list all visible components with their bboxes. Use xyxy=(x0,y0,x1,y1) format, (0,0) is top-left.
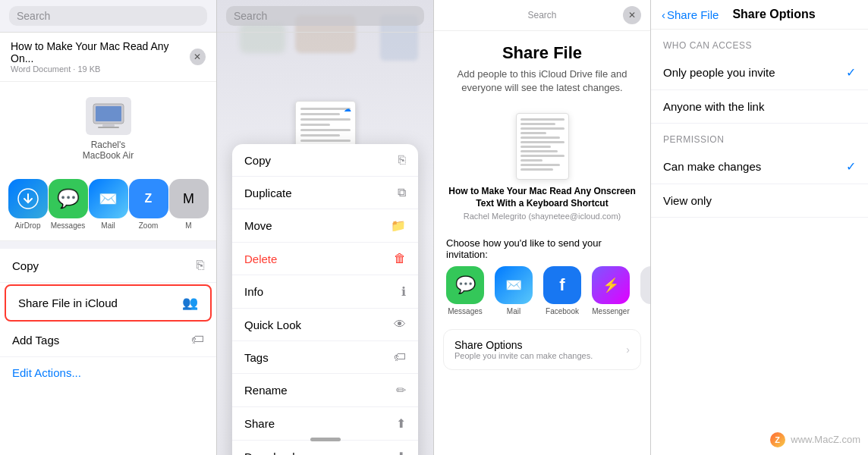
share-file-label: Share File in iCloud xyxy=(18,297,118,309)
ctx-copy[interactable]: Copy ⎘ xyxy=(232,144,418,177)
messenger-app-label: Messenger xyxy=(592,307,629,315)
panel4-header: ‹ Share File Share Options xyxy=(651,0,868,30)
add-tags-item[interactable]: Add Tags 🏷 xyxy=(0,323,216,357)
file-title: How to Make Your Mac Read Any On... xyxy=(11,40,190,64)
panel-share-menu: Search How to Make Your Mac Read Any On.… xyxy=(0,0,217,455)
back-button[interactable]: ‹ Share File xyxy=(662,8,719,21)
ctx-quicklook-label: Quick Look xyxy=(244,318,301,331)
mail-app-icon: ✉️ xyxy=(495,266,533,304)
svg-rect-3 xyxy=(98,127,119,128)
close-btn-panel3[interactable]: ✕ xyxy=(623,6,641,24)
watermark-text: www.MacZ.com xyxy=(791,434,860,445)
share-file-icon: 👥 xyxy=(182,295,198,311)
copy-menu-item[interactable]: Copy ⎘ xyxy=(0,249,216,283)
ctx-share[interactable]: Share ⬆ xyxy=(232,407,418,441)
ctx-info[interactable]: Info ℹ xyxy=(232,275,418,309)
mail-app-label: Mail xyxy=(507,307,520,315)
search-bar-2[interactable]: Search xyxy=(226,6,424,26)
zoom-label: Zoom xyxy=(139,221,159,230)
panel-file-context: Search ☁ C xyxy=(217,0,434,455)
share-options-row[interactable]: Share Options People you invite can make… xyxy=(443,329,641,370)
ctx-share-icon: ⬆ xyxy=(396,416,406,431)
option-anyone-link[interactable]: Anyone with the link xyxy=(651,90,868,124)
app-more[interactable]: › ··· xyxy=(640,266,650,315)
messages-app-icon: 💬 xyxy=(446,266,484,304)
can-make-changes-checkmark: ✓ xyxy=(846,159,856,174)
who-can-access-label: WHO CAN ACCESS xyxy=(651,30,868,55)
airdrop-label: AirDrop xyxy=(15,221,41,230)
action-menu-list: Copy ⎘ Share File in iCloud 👥 Add Tags 🏷… xyxy=(0,249,216,455)
share-app-airdrop[interactable]: AirDrop xyxy=(8,179,48,230)
context-menu: Copy ⎘ Duplicate ⧉ Move 📁 Delete 🗑 Info … xyxy=(232,144,418,455)
add-tags-label: Add Tags xyxy=(12,334,59,347)
edit-actions-link[interactable]: Edit Actions... xyxy=(0,357,216,388)
file-info-bar: How to Make Your Mac Read Any On... Word… xyxy=(0,33,216,82)
app-facebook[interactable]: f Facebook xyxy=(543,266,581,315)
app-mail[interactable]: ✉️ Mail xyxy=(495,266,533,315)
ctx-delete-label: Delete xyxy=(244,253,277,265)
home-indicator xyxy=(310,438,341,441)
panel-share-options: ‹ Share File Share Options WHO CAN ACCES… xyxy=(651,0,868,455)
share-options-item[interactable]: Share Options People you invite can make… xyxy=(444,330,640,369)
doc-thumbnail xyxy=(516,113,569,180)
ctx-move-label: Move xyxy=(244,219,272,232)
more-app-icon: › xyxy=(640,266,650,304)
facebook-app-icon: f xyxy=(543,266,581,304)
ctx-info-label: Info xyxy=(244,285,263,298)
search-bar-3-label: Search xyxy=(461,10,623,20)
doc-card-author: Rachel Melegrito (shaynetee@icloud.com) xyxy=(464,212,621,221)
messages-label: Messages xyxy=(51,221,86,230)
app-messenger[interactable]: ⚡ Messenger xyxy=(592,266,630,315)
mail-icon: ✉️ xyxy=(89,179,128,218)
share-app-more[interactable]: M M xyxy=(169,179,209,230)
share-app-zoom[interactable]: Z Zoom xyxy=(129,179,168,230)
back-label: Share File xyxy=(667,8,719,21)
file-meta: Word Document · 19 KB xyxy=(11,64,190,74)
ctx-delete[interactable]: Delete 🗑 xyxy=(232,243,418,275)
share-file-icloud-item[interactable]: Share File in iCloud 👥 xyxy=(5,284,212,322)
tags-icon: 🏷 xyxy=(191,332,204,347)
share-options-sub: People you invite can make changes. xyxy=(454,351,593,360)
messages-app-label: Messages xyxy=(448,307,483,315)
app-messages[interactable]: 💬 Messages xyxy=(446,266,484,315)
doc-card: How to Make Your Mac Read Any Onscreen T… xyxy=(434,105,650,228)
ctx-tags[interactable]: Tags 🏷 xyxy=(232,341,418,374)
copy-icon: ⎘ xyxy=(197,258,204,273)
share-app-mail[interactable]: ✉️ Mail xyxy=(89,179,128,230)
ctx-quicklook-icon: 👁 xyxy=(394,318,406,331)
ctx-rename-icon: ✏ xyxy=(396,383,406,397)
anyone-link-label: Anyone with the link xyxy=(663,100,764,113)
ctx-rename[interactable]: Rename ✏ xyxy=(232,374,418,407)
airdrop-icon xyxy=(8,179,48,218)
only-people-checkmark: ✓ xyxy=(846,65,856,80)
ctx-copy-icon: ⎘ xyxy=(398,153,406,167)
messages-icon: 💬 xyxy=(49,179,88,218)
chevron-left-icon: ‹ xyxy=(662,8,665,21)
share-app-messages[interactable]: 💬 Messages xyxy=(49,179,88,230)
ctx-share-label: Share xyxy=(244,417,275,430)
panel2-content: Search ☁ C xyxy=(217,0,433,455)
search-bar-1[interactable]: Search xyxy=(9,6,207,26)
permission-label: PERMISSION xyxy=(651,124,868,149)
ctx-duplicate[interactable]: Duplicate ⧉ xyxy=(232,177,418,209)
mail-label: Mail xyxy=(101,221,115,230)
invite-label: Choose how you'd like to send your invit… xyxy=(434,228,650,266)
watermark-z-logo: Z xyxy=(770,432,785,447)
doc-preview-container: ☁ xyxy=(295,40,356,116)
ctx-download[interactable]: Download ⬇ xyxy=(232,441,418,455)
option-can-make-changes[interactable]: Can make changes ✓ xyxy=(651,149,868,184)
option-only-people[interactable]: Only people you invite ✓ xyxy=(651,55,868,90)
close-button[interactable]: ✕ xyxy=(190,49,206,65)
more-icon: M xyxy=(169,179,209,218)
ctx-tags-label: Tags xyxy=(244,351,269,364)
ctx-move-icon: 📁 xyxy=(391,218,406,233)
ctx-download-label: Download xyxy=(244,450,295,455)
more-label: M xyxy=(185,221,191,230)
device-name: Rachel'sMacBook Air xyxy=(83,140,134,161)
only-people-label: Only people you invite xyxy=(663,66,775,79)
option-view-only[interactable]: View only xyxy=(651,184,868,218)
chevron-right-icon: › xyxy=(626,344,630,356)
ctx-quicklook[interactable]: Quick Look 👁 xyxy=(232,309,418,341)
ctx-rename-label: Rename xyxy=(244,384,288,397)
ctx-move[interactable]: Move 📁 xyxy=(232,209,418,243)
